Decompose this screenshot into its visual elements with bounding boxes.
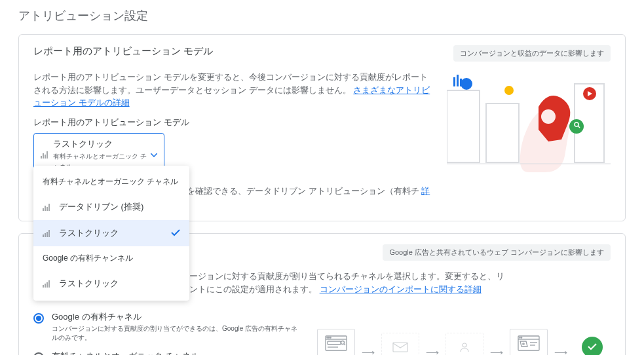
- svg-point-17: [330, 337, 331, 338]
- svg-point-27: [521, 337, 521, 338]
- dropdown-group-google-paid: Google の有料チャンネル: [33, 246, 189, 271]
- radio-icon: [33, 352, 44, 355]
- page-title: アトリビューション設定: [18, 8, 626, 24]
- svg-rect-10: [453, 77, 455, 86]
- arrow-icon: ⟶: [554, 347, 567, 355]
- card1-description: レポート用のアトリビューション モデルを変更すると、今後コンバージョンに対する貢…: [33, 71, 434, 109]
- card-reporting-model: レポート用のアトリビューション モデル コンバージョンと収益のデータに影響します…: [18, 34, 626, 221]
- bars-icon: [43, 230, 50, 237]
- svg-line-21: [344, 344, 345, 345]
- arrow-icon: ⟶: [490, 347, 503, 355]
- svg-point-26: [520, 337, 520, 338]
- arrow-icon: ⟶: [362, 347, 375, 355]
- conversion-icon: [582, 337, 603, 355]
- card2-badge: Google 広告と共有されているウェブ コンバージョンに影響します: [383, 244, 611, 261]
- svg-point-20: [341, 341, 344, 345]
- arrow-icon: ⟶: [426, 347, 439, 355]
- check-icon: [171, 229, 180, 238]
- bars-icon: [41, 151, 48, 159]
- dropdown-option-data-driven[interactable]: データドリブン (推奨): [33, 194, 189, 220]
- attribution-model-dropdown: 有料チャネルとオーガニック チャネル データドリブン (推奨) ラストクリック …: [33, 166, 189, 301]
- svg-point-16: [328, 337, 329, 338]
- bars-icon: [43, 204, 50, 211]
- svg-rect-12: [460, 79, 462, 86]
- bars-icon: [43, 280, 50, 288]
- svg-point-3: [541, 109, 556, 124]
- svg-point-24: [463, 343, 466, 347]
- illustration: [447, 71, 611, 210]
- svg-point-29: [523, 343, 524, 345]
- tile-paid-search: [317, 329, 355, 355]
- svg-rect-19: [328, 341, 341, 345]
- svg-rect-1: [486, 103, 519, 162]
- dropdown-option-last-click-2[interactable]: ラストクリック: [33, 271, 189, 297]
- radio-paid-organic[interactable]: 有料チャネルとオーガニック チャネル コンバージョンに対する貢献度はすべての有料…: [33, 350, 304, 355]
- select-label: レポート用のアトリビューション モデル: [33, 116, 434, 130]
- tile-email: [381, 333, 419, 355]
- svg-rect-23: [393, 343, 407, 352]
- svg-point-15: [327, 337, 328, 338]
- tile-social: [445, 333, 483, 355]
- tile-shopping: [510, 329, 548, 355]
- card1-badge: コンバージョンと収益のデータに影響します: [453, 45, 611, 62]
- svg-point-4: [461, 78, 472, 90]
- card1-title: レポート用のアトリビューション モデル: [33, 45, 213, 58]
- radio-icon: [33, 313, 44, 324]
- import-learn-more-link[interactable]: コンバージョンのインポートに関する詳細: [320, 284, 482, 294]
- svg-rect-0: [447, 90, 480, 162]
- chevron-down-icon: [151, 148, 157, 162]
- funnel-diagram: Paid search ad ⟶ Email ad ⟶ Social ad ⟶ …: [317, 306, 611, 355]
- card2-description: ージョンに対する貢献度が割り当てられるチャネルを選択します。変更すると、リ ント…: [189, 270, 611, 295]
- dropdown-option-last-click-1[interactable]: ラストクリック: [33, 220, 189, 246]
- radio-google-paid[interactable]: Google の有料チャネル コンバージョンに対する貢献度の割り当てができるのは…: [33, 311, 304, 343]
- svg-point-5: [504, 86, 514, 95]
- svg-rect-11: [457, 75, 459, 86]
- dropdown-group-paid-organic: 有料チャネルとオーガニック チャネル: [33, 170, 189, 194]
